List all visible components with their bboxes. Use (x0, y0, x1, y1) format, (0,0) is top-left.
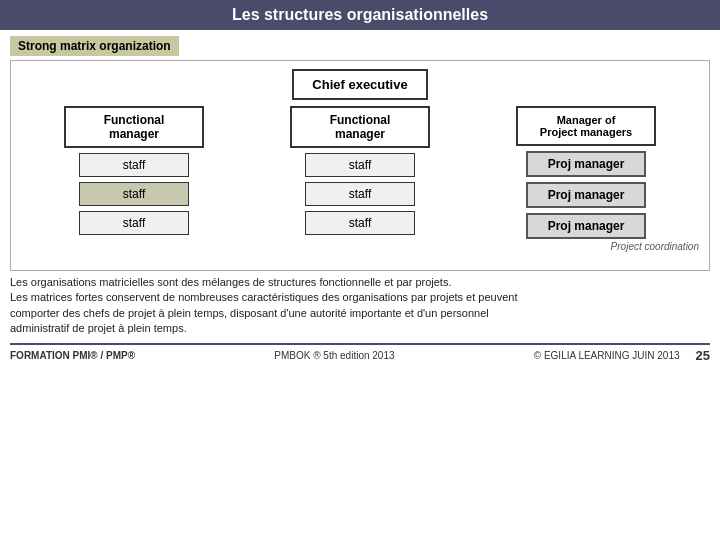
manager-box-2: Functional manager (290, 106, 430, 148)
badge: Strong matrix organization (10, 36, 179, 56)
staff-row-2-3: staff (305, 211, 415, 235)
col-project-managers: Manager of Project managers Proj manager… (496, 106, 676, 239)
proj-row-2: Proj manager (526, 182, 646, 208)
staff-row-1-1: staff (79, 153, 189, 177)
col-functional-manager-1: Functional manager staff staff staff (44, 106, 224, 235)
manager-box-1: Functional manager (64, 106, 204, 148)
proj-row-1: Proj manager (526, 151, 646, 177)
footer-right-group: © EGILIA LEARNING JUIN 2013 25 (534, 348, 710, 363)
col-functional-manager-2: Functional manager staff staff staff (270, 106, 450, 235)
project-coordination-label: Project coordination (21, 241, 699, 252)
chief-executive-box: Chief executive (292, 69, 427, 100)
page-title: Les structures organisationnelles (232, 6, 488, 23)
staff-row-1-3: staff (79, 211, 189, 235)
footer-left: FORMATION PMI® / PMP® (10, 350, 135, 361)
staff-row-2-2: staff (305, 182, 415, 206)
footer-center: PMBOK ® 5th edition 2013 (274, 350, 394, 361)
staff-row-2-1: staff (305, 153, 415, 177)
proj-row-3: Proj manager (526, 213, 646, 239)
footer: FORMATION PMI® / PMP® PMBOK ® 5th editio… (10, 343, 710, 363)
staff-row-1-2: staff (79, 182, 189, 206)
description-text: Les organisations matricielles sont des … (10, 275, 710, 337)
footer-page-number: 25 (696, 348, 710, 363)
manager-box-3: Manager of Project managers (516, 106, 656, 146)
footer-copyright: © EGILIA LEARNING JUIN 2013 (534, 350, 680, 361)
header: Les structures organisationnelles (0, 0, 720, 30)
